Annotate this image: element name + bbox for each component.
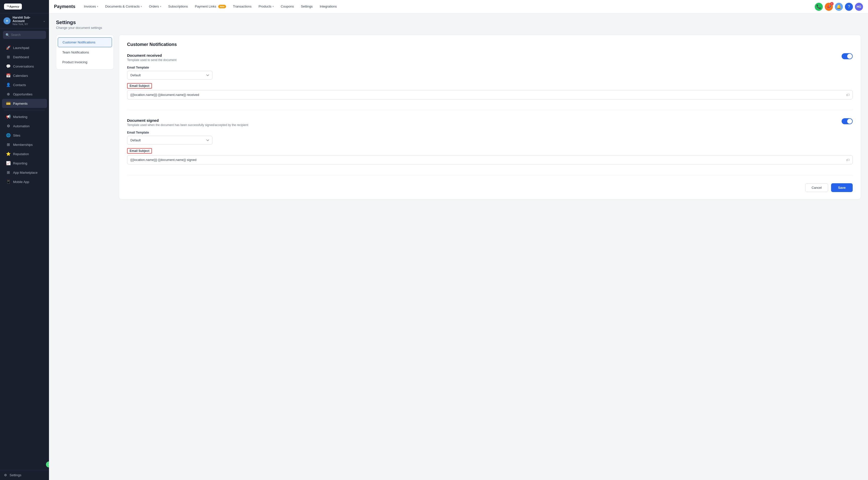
- search-bar[interactable]: 🔍 ⌘K +: [3, 31, 46, 39]
- form-actions: Cancel Save: [127, 183, 853, 192]
- doc-signed-template-group: Email Template Default: [127, 131, 853, 145]
- settings-main-panel: Customer Notifications Document received…: [119, 35, 861, 199]
- alert-icon-button[interactable]: 🔔: [835, 3, 843, 11]
- sidebar-item-label: Memberships: [13, 143, 33, 147]
- document-signed-section: Document signed Template used when the d…: [127, 118, 853, 175]
- opportunities-icon: ⊕: [6, 92, 10, 96]
- tag-icon[interactable]: 🏷: [846, 93, 850, 97]
- toggle-thumb: [847, 119, 852, 124]
- email-subject-input-signed[interactable]: [127, 155, 853, 164]
- sites-icon: 🌐: [6, 133, 10, 137]
- chevron-down-icon: ▾: [141, 5, 142, 8]
- sidebar-item-launchpad[interactable]: 🚀 Launchpad: [2, 43, 47, 52]
- sidebar-item-label: Reporting: [13, 161, 27, 165]
- topbar: Payments Invoices ▾ Documents & Contract…: [49, 0, 868, 13]
- sidebar-item-calendars[interactable]: 📅 Calendars: [2, 71, 47, 80]
- phone-icon-button[interactable]: 📞: [815, 3, 823, 11]
- sidebar-item-label: Payments: [13, 102, 28, 105]
- doc-received-subject-group: Email Subject 🏷: [127, 83, 853, 99]
- doc-received-desc: Template used to send the document: [127, 58, 177, 62]
- automation-icon: ⚙: [6, 124, 10, 128]
- tab-settings[interactable]: Settings: [298, 0, 316, 13]
- email-subject-input[interactable]: [127, 90, 853, 99]
- logo-box: ™Agency: [4, 3, 22, 9]
- settings-label: Settings: [9, 473, 21, 477]
- nav-divider: [4, 110, 45, 110]
- tag-icon-signed[interactable]: 🏷: [846, 158, 850, 162]
- email-subject-label-signed: Email Subject: [127, 148, 152, 154]
- tab-payment-links[interactable]: Payment Links New: [191, 0, 229, 13]
- sidebar-item-label: Opportunities: [13, 92, 32, 96]
- page-content: Settings Change your document settings C…: [49, 13, 868, 480]
- doc-signed-subject-group: Email Subject 🏷: [127, 148, 853, 164]
- account-switcher[interactable]: H Harshit Sub-Account New York, NY ⌄: [0, 13, 49, 28]
- page-header: Settings Change your document settings: [56, 20, 861, 30]
- sidebar-item-contacts[interactable]: 👤 Contacts: [2, 80, 47, 89]
- doc-signed-toggle[interactable]: [842, 118, 853, 124]
- page-title: Settings: [56, 20, 861, 25]
- sidebar-logo: ™Agency: [0, 0, 49, 13]
- sidebar-item-label: Automation: [13, 124, 30, 128]
- tab-invoices[interactable]: Invoices ▾: [81, 0, 102, 13]
- sidebar-item-mobile-app[interactable]: 📱 Mobile App: [2, 177, 47, 186]
- email-template-select-signed[interactable]: Default: [127, 136, 213, 145]
- sidebar: ™Agency H Harshit Sub-Account New York, …: [0, 0, 49, 480]
- sidebar-item-label: Sites: [13, 133, 20, 137]
- doc-received-header: Document received Template used to send …: [127, 53, 853, 62]
- sidebar-item-payments[interactable]: 💳 Payments: [2, 99, 47, 108]
- settings-nav-product-invoicing[interactable]: Product Invoicing: [58, 58, 112, 67]
- sidebar-item-reporting[interactable]: 📈 Reporting: [2, 159, 47, 168]
- sidebar-item-sites[interactable]: 🌐 Sites: [2, 131, 47, 140]
- tab-integrations[interactable]: Integrations: [316, 0, 340, 13]
- search-input[interactable]: [11, 33, 49, 37]
- save-button[interactable]: Save: [831, 183, 853, 192]
- email-subject-input-wrap: 🏷: [127, 90, 853, 99]
- sidebar-item-app-marketplace[interactable]: ⊞ App Marketplace: [2, 168, 47, 177]
- sidebar-item-opportunities[interactable]: ⊕ Opportunities: [2, 90, 47, 99]
- tab-products[interactable]: Products ▾: [255, 0, 277, 13]
- email-template-select[interactable]: Default: [127, 71, 213, 79]
- settings-icon: ⚙: [4, 473, 7, 477]
- tab-documents-contracts[interactable]: Documents & Contracts ▾: [102, 0, 146, 13]
- conversations-icon: 💬: [6, 64, 10, 68]
- sidebar-item-marketing[interactable]: 📢 Marketing: [2, 112, 47, 121]
- account-name: Harshit Sub-Account: [12, 16, 41, 23]
- sidebar-item-label: Reputation: [13, 152, 29, 156]
- chevron-down-icon: ▾: [273, 5, 274, 8]
- help-icon-button[interactable]: ?: [845, 3, 853, 11]
- tab-coupons[interactable]: Coupons: [277, 0, 298, 13]
- sidebar-item-label: Conversations: [13, 65, 34, 68]
- sidebar-item-label: Dashboard: [13, 55, 29, 59]
- marketing-icon: 📢: [6, 115, 10, 119]
- chevron-down-icon: ⌄: [43, 19, 45, 23]
- cancel-button[interactable]: Cancel: [805, 183, 828, 192]
- tab-orders[interactable]: Orders ▾: [146, 0, 165, 13]
- sidebar-item-settings[interactable]: ⚙ Settings: [0, 470, 49, 480]
- sidebar-item-label: App Marketplace: [13, 171, 38, 174]
- reporting-icon: 📈: [6, 161, 10, 165]
- tab-transactions[interactable]: Transactions: [229, 0, 255, 13]
- sidebar-item-memberships[interactable]: ⊞ Memberships: [2, 140, 47, 149]
- doc-signed-info: Document signed Template used when the d…: [127, 118, 248, 127]
- new-badge: New: [218, 5, 226, 8]
- chevron-down-icon: ▾: [97, 5, 98, 8]
- settings-nav-customer-notifications[interactable]: Customer Notifications: [58, 37, 112, 47]
- sidebar-item-dashboard[interactable]: ⊞ Dashboard: [2, 53, 47, 62]
- sidebar-item-label: Launchpad: [13, 46, 29, 50]
- doc-received-title: Document received: [127, 53, 177, 58]
- logo-text: ™Agency: [6, 5, 19, 8]
- user-avatar[interactable]: HG: [855, 3, 863, 11]
- sidebar-nav: 🚀 Launchpad ⊞ Dashboard 💬 Conversations …: [0, 41, 49, 470]
- tab-subscriptions[interactable]: Subscriptions: [165, 0, 191, 13]
- settings-nav-team-notifications[interactable]: Team Notifications: [58, 48, 112, 57]
- doc-received-toggle[interactable]: [842, 53, 853, 59]
- doc-signed-desc: Template used when the document has been…: [127, 123, 248, 127]
- sidebar-item-reputation[interactable]: ⭐ Reputation: [2, 149, 47, 158]
- sidebar-item-conversations[interactable]: 💬 Conversations: [2, 62, 47, 71]
- sidebar-item-automation[interactable]: ⚙ Automation: [2, 122, 47, 131]
- account-info: Harshit Sub-Account New York, NY: [12, 16, 41, 26]
- notification-icon-button[interactable]: 📣 1: [825, 3, 833, 11]
- topbar-icons: 📞 📣 1 🔔 ? HG: [815, 3, 863, 11]
- settings-layout: Customer Notifications Team Notification…: [56, 35, 861, 199]
- calendars-icon: 📅: [6, 73, 10, 78]
